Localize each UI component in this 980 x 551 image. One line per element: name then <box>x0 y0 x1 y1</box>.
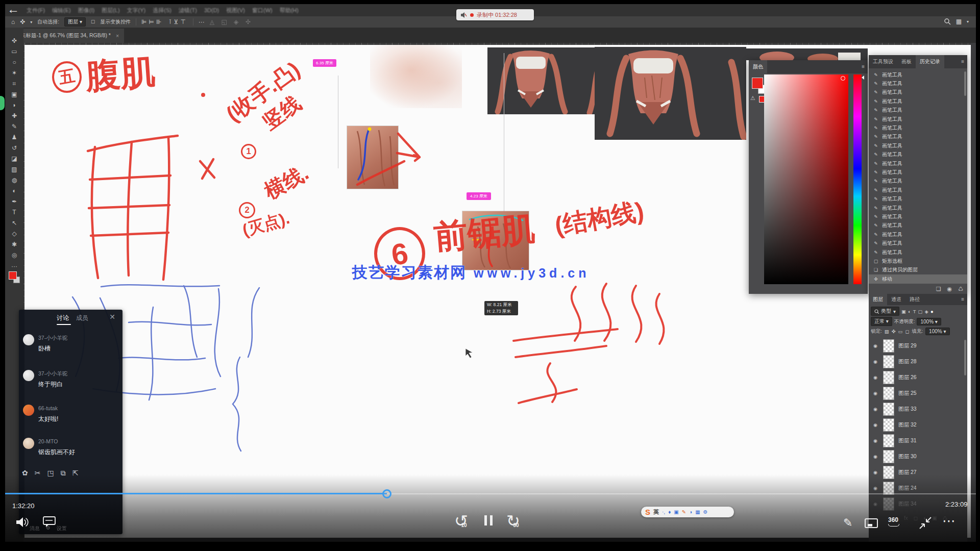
distribute-icons[interactable]: ⊺⊻⊤ <box>168 18 187 26</box>
close-icon[interactable]: ✕ <box>109 313 115 321</box>
color-picker-cursor[interactable] <box>841 76 845 81</box>
lock-all-icon[interactable]: ◻ <box>905 329 910 334</box>
new-snapshot-icon[interactable]: ◉ <box>947 286 952 292</box>
tab-layers[interactable]: 图层 <box>869 294 887 305</box>
history-row[interactable]: ✎画笔工具 <box>869 221 967 230</box>
menu-item[interactable]: 图像(I) <box>78 7 94 14</box>
menu-item[interactable]: 3D(D) <box>204 7 219 13</box>
tab-color[interactable]: 颜色 <box>749 60 767 73</box>
fill-dropdown[interactable]: 100% ▾ <box>925 328 949 335</box>
eye-icon[interactable]: ◉ <box>872 343 879 348</box>
chevron-down-icon[interactable]: ▾ <box>967 19 969 24</box>
pause-button[interactable] <box>483 515 494 528</box>
hand-tool-icon[interactable]: ✱ <box>5 239 23 249</box>
history-brush-tool-icon[interactable]: ↺ <box>5 143 23 153</box>
layer-row[interactable]: ◉图层 33 <box>869 401 967 417</box>
filter-smart-icon[interactable]: ◈ <box>925 309 928 314</box>
new-doc-from-state-icon[interactable]: ❏ <box>936 286 941 292</box>
history-row[interactable]: ✎画笔工具 <box>869 141 967 150</box>
history-row[interactable]: ✎画笔工具 <box>869 151 967 159</box>
menu-item[interactable]: 窗口(W) <box>252 7 273 14</box>
scrollbar[interactable] <box>964 340 966 375</box>
tab-channels[interactable]: 通道 <box>887 294 905 305</box>
more-options-icon[interactable]: ⋯ <box>942 513 955 529</box>
close-tab-icon[interactable]: × <box>116 33 119 39</box>
chevron-down-icon[interactable]: ▾ <box>30 20 32 24</box>
eye-icon[interactable]: ◉ <box>872 470 879 475</box>
ime-emoji-icon[interactable]: ▣ <box>674 509 678 515</box>
layer-row[interactable]: ◉图层 26 <box>869 369 967 385</box>
tab-history[interactable]: 历史记录 <box>916 55 944 68</box>
menu-item[interactable]: 文件(F) <box>27 7 45 14</box>
filter-kind-dropdown[interactable]: 类型 ▾ <box>871 307 899 316</box>
history-row[interactable]: ✎画笔工具 <box>869 133 967 141</box>
search-icon[interactable] <box>944 18 951 25</box>
foreground-swatch[interactable] <box>9 271 17 280</box>
ime-mic-icon[interactable]: ♦ <box>668 509 671 515</box>
history-row[interactable]: ✎画笔工具 <box>869 168 967 177</box>
progress-handle[interactable] <box>382 489 391 498</box>
blur-tool-icon[interactable]: ◍ <box>5 175 23 185</box>
ime-settings-icon[interactable]: ⚙ <box>703 509 708 515</box>
quality-360-button[interactable]: 360 <box>888 516 899 527</box>
saturation-brightness-field[interactable] <box>764 74 848 284</box>
lock-transparent-icon[interactable]: ▨ <box>885 329 889 334</box>
lock-pixels-icon[interactable]: ✜ <box>892 329 896 334</box>
more-options-icon[interactable]: ··· <box>199 18 205 26</box>
history-row[interactable]: ❏通过拷贝的图层 <box>869 266 967 274</box>
type-tool-icon[interactable]: T <box>5 207 23 217</box>
zoom-tool-icon[interactable]: ◎ <box>5 250 23 260</box>
menu-item[interactable]: 编辑(E) <box>52 7 71 14</box>
hue-slider-marker[interactable] <box>862 76 864 80</box>
hue-slider[interactable] <box>853 74 862 284</box>
pen-tool-icon[interactable]: ✒ <box>5 196 23 207</box>
history-row[interactable]: ✎画笔工具 <box>869 106 967 115</box>
layer-row[interactable]: ◉图层 28 <box>869 354 967 369</box>
dodge-tool-icon[interactable]: ◐ <box>5 186 23 196</box>
history-row[interactable]: ✎画笔工具 <box>869 115 967 123</box>
rewind-10-button[interactable]: ↺ 10 <box>453 514 475 535</box>
ime-circle-icon[interactable]: ◑ <box>689 509 692 515</box>
menu-item[interactable]: 滤镜(T) <box>179 7 197 14</box>
history-row[interactable]: ✎画笔工具 <box>869 195 967 204</box>
filter-adjustment-icon[interactable]: ◐ <box>908 309 911 314</box>
filter-type-icon[interactable]: T <box>913 309 916 314</box>
ime-brush-icon[interactable]: ✎ <box>682 509 686 515</box>
ime-keyboard-icon[interactable]: ▦ <box>695 509 700 515</box>
eye-icon[interactable]: ◉ <box>872 407 879 412</box>
eye-icon[interactable]: ◉ <box>872 359 879 364</box>
eye-icon[interactable]: ◉ <box>872 438 879 443</box>
tab-discussion[interactable]: 讨论 <box>57 314 69 322</box>
history-row[interactable]: ✎画笔工具 <box>869 204 967 212</box>
layer-row[interactable]: ◉图层 25 <box>869 385 967 401</box>
menu-item[interactable]: 帮助(H) <box>280 7 299 14</box>
volume-icon[interactable] <box>15 516 30 529</box>
history-row[interactable]: ✎画笔工具 <box>869 212 967 221</box>
heal-tool-icon[interactable]: ✚ <box>5 111 23 121</box>
lock-position-icon[interactable]: ▭ <box>898 329 903 334</box>
panel-menu-icon[interactable]: ≡ <box>961 59 964 64</box>
foreground-color-swatch[interactable] <box>752 78 763 89</box>
ime-mode[interactable]: 英 <box>653 508 659 516</box>
layer-row[interactable]: ◉图层 32 <box>869 417 967 433</box>
eye-icon[interactable]: ◉ <box>872 391 879 396</box>
auto-select-dropdown[interactable]: 图层 ▾ <box>64 17 86 27</box>
history-row[interactable]: ✎画笔工具 <box>869 248 967 257</box>
lasso-tool-icon[interactable]: ○ <box>5 57 23 67</box>
eye-icon[interactable]: ◉ <box>872 454 879 459</box>
filter-toggle-icon[interactable]: ● <box>930 309 934 314</box>
scrollbar[interactable] <box>964 71 966 96</box>
eyedropper-tool-icon[interactable]: ◗ <box>5 100 23 110</box>
stamp-tool-icon[interactable]: ♟ <box>5 132 23 142</box>
pencil-icon[interactable]: ✎ <box>843 516 852 530</box>
menu-item[interactable]: 视图(V) <box>226 7 245 14</box>
checkbox-icon[interactable]: ☐ <box>91 19 95 24</box>
more-tools-icon[interactable]: ··· <box>5 261 23 271</box>
history-row[interactable]: ✎画笔工具 <box>869 79 967 88</box>
history-row[interactable]: ✎画笔工具 <box>869 123 967 132</box>
home-icon[interactable]: ⌂ <box>11 18 15 26</box>
filter-pixel-icon[interactable]: ▣ <box>901 309 906 314</box>
workspace-icon[interactable]: ▦ <box>956 18 962 25</box>
align-icons[interactable]: ⊫⊨⊪ <box>141 18 163 26</box>
opacity-dropdown[interactable]: 100% ▾ <box>917 318 941 325</box>
